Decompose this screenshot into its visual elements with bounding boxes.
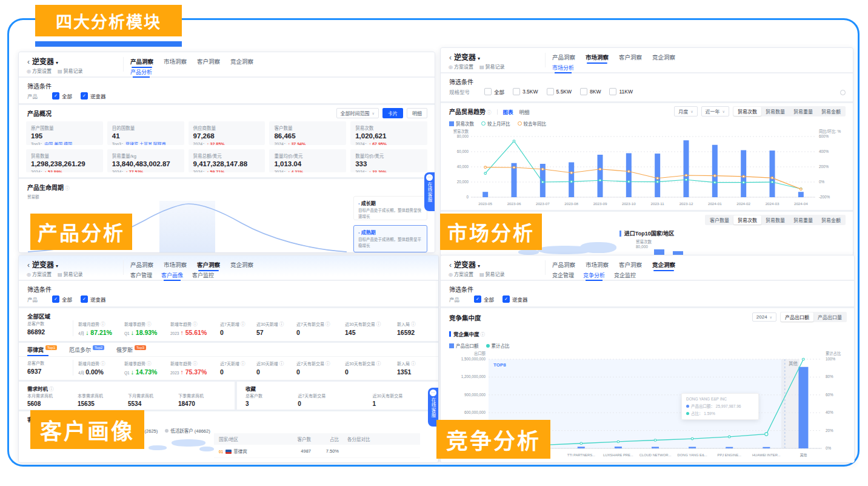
tab-市场洞察[interactable]: 市场洞察 <box>586 260 609 269</box>
subtab-市场分析[interactable]: 市场分析 <box>552 64 574 72</box>
tab-市场洞察[interactable]: 市场洞察 <box>164 57 187 66</box>
metric-贸易数量[interactable]: 贸易数量 <box>761 215 789 224</box>
scheme-selector[interactable]: ‹逆变器▾ <box>449 52 480 62</box>
checkbox-3.5KW[interactable]: 3.5KW <box>513 88 538 95</box>
checkbox-全部[interactable]: 全部 <box>484 88 504 95</box>
country-tab-厄瓜多尔[interactable]: 厄瓜多尔Top2 <box>69 343 104 356</box>
tab-产品洞察[interactable]: 产品洞察 <box>130 57 153 66</box>
scheme-name: 逆变器 <box>454 261 476 269</box>
detail-view-button[interactable]: 明细 <box>407 108 427 118</box>
trade-records-link[interactable]: ▤贸易记录 <box>58 271 83 277</box>
subtab-竞企管理[interactable]: 竞企管理 <box>552 271 574 279</box>
checkbox-5.5KW[interactable]: 5.5KW <box>547 88 572 95</box>
subtab-客户监控[interactable]: 客户监控 <box>192 271 214 279</box>
tab-市场洞察[interactable]: 市场洞察 <box>586 53 609 61</box>
subtab-客户画像[interactable]: 客户画像 <box>161 271 183 279</box>
svg-text:20%: 20% <box>826 428 833 433</box>
back-icon[interactable]: ‹ <box>27 58 30 66</box>
svg-text:60%: 60% <box>826 393 833 397</box>
plan-settings-link[interactable]: ◎方案设置 <box>27 67 52 74</box>
subtab-产品分析[interactable]: 产品分析 <box>130 68 152 76</box>
tab-竞企洞察[interactable]: 竞企洞察 <box>230 260 253 269</box>
period-select[interactable]: 月度 ∨ <box>674 106 697 116</box>
tab-市场洞察[interactable]: 市场洞察 <box>164 260 187 269</box>
metric-贸易金额[interactable]: 贸易金额 <box>817 107 845 116</box>
collapse-icon[interactable] <box>840 90 846 95</box>
country-tab-俄罗斯[interactable]: 俄罗斯Top3 <box>116 343 146 356</box>
tab-竞企洞察[interactable]: 竞企洞察 <box>652 53 675 61</box>
stat-card: 目的国数量41Top3：菲律宾 土耳其 阿联酋 <box>107 121 184 145</box>
info-icon: ⓘ <box>49 386 54 392</box>
checkbox-逆变器[interactable]: ✓逆变器 <box>502 295 528 303</box>
svg-text:0%: 0% <box>819 180 825 184</box>
tab-客户洞察[interactable]: 客户洞察 <box>619 53 642 61</box>
metric-贸易重量[interactable]: 贸易重量 <box>789 107 817 116</box>
metric-客户数量[interactable]: 客户数量 <box>706 215 733 224</box>
viewtab-图表[interactable]: 图表 <box>503 109 513 115</box>
document-icon: ▤ <box>58 272 62 277</box>
online-service-label: 在线客服 <box>430 397 436 418</box>
tab-竞企洞察[interactable]: 竞企洞察 <box>652 260 675 269</box>
checkbox-逆变器[interactable]: ✓逆变器 <box>81 92 106 100</box>
stat-card: 贸易次数1,020,6212024：↑ 67.95% <box>350 121 427 145</box>
metric-产品出口量[interactable]: 产品出口量 <box>813 312 846 322</box>
metric-贸易重量[interactable]: 贸易重量 <box>789 215 817 224</box>
table-row[interactable]: 01菲律宾49877.50% <box>214 445 420 458</box>
chevron-down-icon: ▾ <box>56 60 58 66</box>
subtab-竞争分析[interactable]: 竞争分析 <box>583 271 605 279</box>
country-tab-菲律宾[interactable]: 菲律宾Top1 <box>27 343 57 356</box>
back-icon[interactable]: ‹ <box>449 261 452 269</box>
subtab-竞企监控[interactable]: 竞企监控 <box>614 271 636 279</box>
trade-records-link[interactable]: ▤贸易记录 <box>479 63 505 70</box>
card-view-button[interactable]: 卡片 <box>382 108 403 118</box>
scheme-selector[interactable]: ‹逆变器▾ <box>27 259 58 269</box>
metric-贸易金额[interactable]: 贸易金额 <box>817 215 845 224</box>
plan-settings-link[interactable]: ◎方案设置 <box>449 271 473 277</box>
tab-客户洞察[interactable]: 客户洞察 <box>197 260 220 269</box>
subtab-客户管理[interactable]: 客户管理 <box>130 271 152 279</box>
stage-card-成长期[interactable]: •成长期目标产品处于成长期，整体趋势呈快速增长 <box>353 196 427 220</box>
time-range-select[interactable]: 全部时间范围 ∨ <box>336 108 379 118</box>
stat-card: 贸易重量/kg13,840,483,002.872024：↑ 77.52% <box>107 149 184 173</box>
range-select[interactable]: 近一年 ∨ <box>701 106 729 116</box>
metric-产品出口额[interactable]: 产品出口额 <box>781 312 813 322</box>
panel-header: ‹逆变器▾◎方案设置▤贸易记录产品洞察市场洞察客户洞察竞企洞察市场分析 <box>441 48 853 73</box>
trade-records-link[interactable]: ▤贸易记录 <box>479 271 505 277</box>
metric-贸易次数[interactable]: 贸易次数 <box>733 107 761 116</box>
stage-card-成熟期[interactable]: •成熟期目标产品处于成熟期，整体趋势呈平稳增长 <box>353 225 427 252</box>
back-icon[interactable]: ‹ <box>449 53 452 62</box>
svg-text:贸易次数: 贸易次数 <box>453 129 469 134</box>
plan-settings-link[interactable]: ◎方案设置 <box>27 271 52 277</box>
back-icon[interactable]: ‹ <box>27 261 30 269</box>
scheme-selector[interactable]: ‹逆变器▾ <box>449 259 480 269</box>
all-region-section: 全部区域总客户数86892新增月趋势ⓘ4月↓ 87.21%新增季趋势ⓘQ1↓ 1… <box>19 308 438 341</box>
checkbox-全部[interactable]: ✓全部 <box>52 92 72 100</box>
concentration-title: 竞争集中度 <box>449 313 481 322</box>
plan-settings-link[interactable]: ◎方案设置 <box>449 63 473 70</box>
checkbox-11KW[interactable]: 11KW <box>609 88 633 95</box>
tab-竞企洞察[interactable]: 竞企洞察 <box>230 57 253 66</box>
stat-card: 重量均价/美元1,013.042024：↑ 4.21% <box>269 149 346 173</box>
metric-贸易数量[interactable]: 贸易数量 <box>761 107 789 116</box>
tab-产品洞察[interactable]: 产品洞察 <box>130 260 153 269</box>
viewtab-明细[interactable]: 明细 <box>519 109 530 115</box>
chart-legend: 产品出口额累计占比 <box>449 342 510 349</box>
tab-产品洞察[interactable]: 产品洞察 <box>552 53 575 61</box>
line-legend-icon <box>481 121 486 126</box>
tab-客户洞察[interactable]: 客户洞察 <box>197 57 220 66</box>
checkbox-8KW[interactable]: 8KW <box>580 88 601 95</box>
svg-text:900,000,000: 900,000,000 <box>464 393 486 397</box>
online-service-button[interactable]: ⋯在线客服 <box>424 172 435 211</box>
tab-产品洞察[interactable]: 产品洞察 <box>552 260 575 269</box>
tab-客户洞察[interactable]: 客户洞察 <box>619 260 642 269</box>
checkbox-全部[interactable]: ✓全部 <box>52 295 72 303</box>
trade-records-link[interactable]: ▤贸易记录 <box>58 67 83 74</box>
svg-text:600%: 600% <box>819 134 829 138</box>
scheme-selector[interactable]: ‹逆变器▾ <box>27 56 58 66</box>
year-select[interactable]: 2024 ∨ <box>752 312 776 322</box>
checkbox-全部[interactable]: ✓全部 <box>474 295 494 303</box>
checkbox-逆变器[interactable]: ✓逆变器 <box>81 295 106 303</box>
svg-text:DONG YANG E&...: DONG YANG E&... <box>678 453 707 457</box>
checkbox-icon: ✓ <box>81 92 88 100</box>
metric-贸易次数[interactable]: 贸易次数 <box>733 215 761 224</box>
